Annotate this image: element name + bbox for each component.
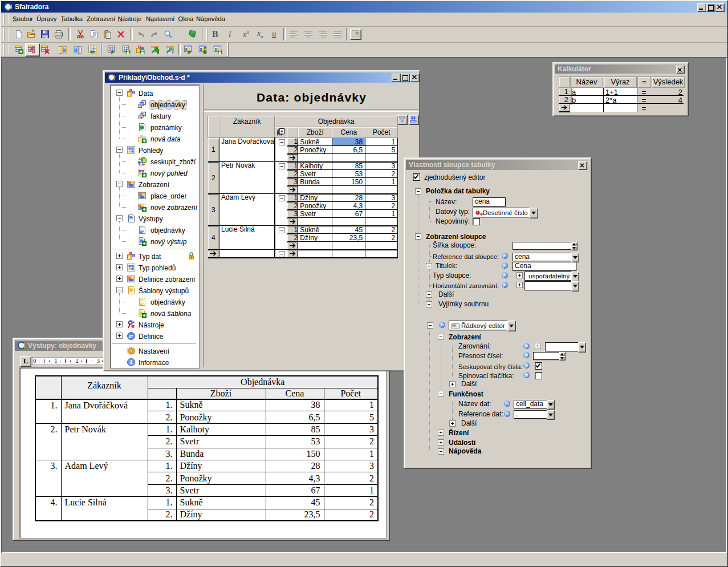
svg-text:0: 0 (137, 48, 140, 52)
